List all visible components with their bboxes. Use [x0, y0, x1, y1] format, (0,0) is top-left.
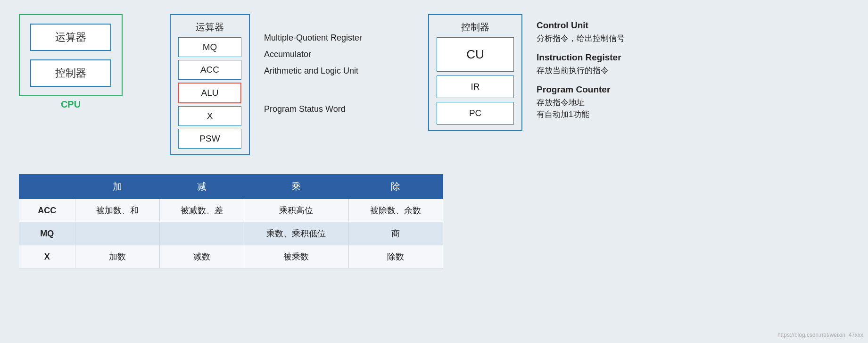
watermark: https://blog.csdn.net/weixin_47xxx — [777, 332, 863, 338]
table-section: 加 减 乘 除 ACC 被加数、和 被减数、差 乘积高位 被除数、余数 MQ 乘… — [19, 174, 849, 268]
cu-desc-ir: Instruction Register 存放当前执行的指令 — [537, 51, 625, 76]
cpu-inner-box-alu: 运算器 — [30, 24, 111, 51]
cu-descriptions: Control Unit 分析指令，给出控制信号 Instruction Reg… — [537, 14, 625, 127]
cu-box: 控制器 CU IR PC — [428, 14, 522, 131]
cpu-container: 运算器 控制器 CPU — [19, 14, 123, 110]
alu-desc-x — [264, 82, 362, 94]
cu-desc-cu-en: Control Unit — [537, 19, 625, 33]
table-cell-x-label: X — [19, 245, 75, 268]
table-header-mul: 乘 — [244, 175, 348, 199]
table-cell-acc-mul: 乘积高位 — [244, 199, 348, 222]
table-cell-acc-add: 被加数、和 — [75, 199, 159, 222]
table-cell-acc-label: ACC — [19, 199, 75, 222]
alu-desc-acc: Accumulator — [264, 49, 362, 60]
cu-desc-cu-zh: 分析指令，给出控制信号 — [537, 33, 625, 45]
cu-desc-pc-zh: 存放指令地址 — [537, 97, 625, 109]
table-row-mq: MQ 乘数、乘积低位 商 — [19, 222, 443, 245]
table-cell-mq-sub — [159, 222, 244, 245]
table-cell-mq-div: 商 — [348, 222, 443, 245]
cu-row-ir: IR — [437, 75, 514, 98]
cu-desc-ir-en: Instruction Register — [537, 51, 625, 65]
cu-desc-cu: Control Unit 分析指令，给出控制信号 — [537, 19, 625, 44]
cu-row-cu: CU — [437, 37, 514, 72]
table-cell-x-div: 除数 — [348, 245, 443, 268]
table-header-add: 加 — [75, 175, 159, 199]
alu-desc-psw: Program Status Word — [264, 103, 362, 115]
cu-desc-pc-en: Program Counter — [537, 83, 625, 97]
alu-desc-alu: Arithmetic and Logic Unit — [264, 65, 362, 77]
table-cell-acc-sub: 被减数、差 — [159, 199, 244, 222]
table-cell-x-sub: 减数 — [159, 245, 244, 268]
cu-desc-ir-zh: 存放当前执行的指令 — [537, 65, 625, 77]
cu-row-pc: PC — [437, 102, 514, 125]
alu-row-mq: MQ — [178, 37, 241, 57]
alu-container: 运算器 MQ ACC ALU X PSW Multiple-Quotient R… — [170, 14, 362, 155]
table-cell-mq-mul: 乘数、乘积低位 — [244, 222, 348, 245]
alu-row-psw: PSW — [178, 129, 241, 149]
alu-descriptions: Multiple-Quotient Register Accumulator A… — [264, 14, 362, 120]
cpu-inner-box-cu: 控制器 — [30, 59, 111, 87]
table-header-sub: 减 — [159, 175, 244, 199]
table-header-div: 除 — [348, 175, 443, 199]
table-row-x: X 加数 减数 被乘数 除数 — [19, 245, 443, 268]
table-cell-mq-add — [75, 222, 159, 245]
table-header-empty — [19, 175, 75, 199]
alu-row-x: X — [178, 106, 241, 126]
table-header-row: 加 减 乘 除 — [19, 175, 443, 199]
alu-box: 运算器 MQ ACC ALU X PSW — [170, 14, 250, 155]
alu-row-acc: ACC — [178, 60, 241, 80]
operation-table: 加 减 乘 除 ACC 被加数、和 被减数、差 乘积高位 被除数、余数 MQ 乘… — [19, 174, 443, 268]
alu-desc-mq: Multiple-Quotient Register — [264, 32, 362, 44]
table-row-acc: ACC 被加数、和 被减数、差 乘积高位 被除数、余数 — [19, 199, 443, 222]
cu-desc-pc-zh2: 有自动加1功能 — [537, 109, 625, 121]
top-section: 运算器 控制器 CPU 运算器 MQ ACC ALU X PSW Multipl… — [19, 14, 849, 155]
table-cell-mq-label: MQ — [19, 222, 75, 245]
cu-container: 控制器 CU IR PC Control Unit 分析指令，给出控制信号 In… — [428, 14, 625, 131]
table-cell-acc-div: 被除数、余数 — [348, 199, 443, 222]
cu-desc-pc: Program Counter 存放指令地址 有自动加1功能 — [537, 83, 625, 121]
table-cell-x-mul: 被乘数 — [244, 245, 348, 268]
cpu-box: 运算器 控制器 — [19, 14, 123, 96]
cpu-label: CPU — [61, 99, 81, 110]
cu-box-title: 控制器 — [437, 21, 514, 33]
table-cell-x-add: 加数 — [75, 245, 159, 268]
alu-box-title: 运算器 — [178, 21, 241, 33]
alu-row-alu: ALU — [178, 83, 241, 103]
